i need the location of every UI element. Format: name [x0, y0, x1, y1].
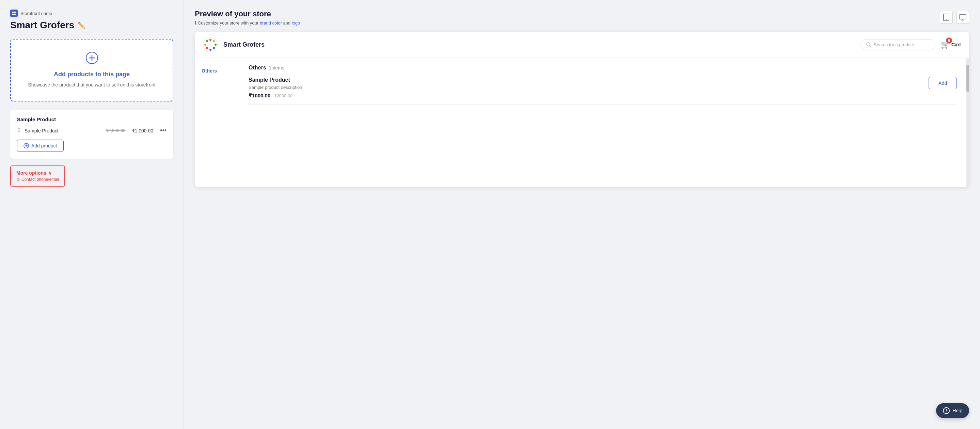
svg-rect-12 [959, 14, 966, 19]
drag-handle-icon[interactable]: ⠿ [17, 127, 21, 134]
svg-rect-1 [14, 11, 16, 13]
price-row-preview: ₹1000.00 ₹2000.00 [248, 93, 929, 99]
preview-header-left: Preview of your store ℹ Customize your s… [195, 10, 300, 25]
storefront-label-text: Storefront name [21, 11, 52, 16]
preview-price-new: ₹1000.00 [248, 93, 270, 99]
preview-subtitle: ℹ Customize your store with your brand c… [195, 21, 300, 25]
brand-color-link[interactable]: brand color [260, 21, 282, 25]
edit-store-name-icon[interactable]: ✏️ [78, 21, 85, 29]
svg-point-16 [209, 39, 212, 41]
search-icon [866, 42, 871, 47]
more-options-icon[interactable]: ••• [160, 127, 167, 134]
product-row: ⠿ Sample Product ₹2,000.00 ₹1,000.00 ••• [17, 127, 167, 134]
left-panel: Storefront name Smart Grofers ✏️ Add pro… [0, 0, 184, 429]
product-name-preview: Sample Product [248, 77, 929, 83]
right-panel: Preview of your store ℹ Customize your s… [184, 0, 980, 429]
product-preview-row: Sample Product Sample product descriptio… [248, 77, 957, 105]
product-info-preview: Sample Product Sample product descriptio… [248, 77, 929, 99]
store-preview-body: Others Others 1 items Sample Product Sam… [195, 58, 969, 187]
more-options-box[interactable]: More options ∨ ⊙ Contact phone/email [10, 165, 65, 187]
cart-area[interactable]: 0 🛒 Cart [941, 40, 961, 49]
svg-point-20 [209, 49, 212, 51]
desktop-icon [959, 14, 966, 21]
content-category-name: Others [248, 65, 266, 71]
items-count: 1 items [269, 65, 284, 70]
preview-header: Preview of your store ℹ Customize your s… [195, 10, 969, 25]
store-preview-sidebar: Others [195, 58, 239, 187]
cart-label: Cart [951, 42, 961, 47]
more-options-title: More options ∨ [16, 170, 59, 176]
svg-rect-3 [14, 14, 16, 15]
add-product-button[interactable]: Add product [17, 140, 64, 152]
scrollbar[interactable] [966, 58, 969, 187]
add-products-box[interactable]: Add products to this page Showcase the p… [10, 39, 173, 102]
store-logo [203, 37, 218, 52]
svg-point-22 [204, 44, 206, 46]
preview-add-button[interactable]: Add [929, 77, 957, 89]
device-toggles [940, 11, 969, 24]
preview-price-old: ₹2000.00 [274, 93, 293, 99]
svg-point-23 [206, 40, 208, 42]
svg-rect-0 [12, 11, 14, 13]
scrollbar-thumb [966, 65, 969, 92]
store-preview-content: Others 1 items Sample Product Sample pro… [239, 58, 966, 187]
svg-rect-2 [12, 14, 14, 15]
chevron-down-icon: ∨ [48, 170, 52, 176]
svg-line-25 [870, 46, 871, 47]
add-products-title: Add products to this page [19, 71, 164, 78]
svg-point-19 [213, 47, 215, 49]
plus-icon [24, 143, 29, 148]
product-price-original: ₹2,000.00 [105, 128, 126, 133]
cart-badge: 0 [946, 37, 952, 44]
content-header: Others 1 items [248, 65, 957, 71]
store-name-row: Smart Grofers ✏️ [10, 20, 173, 31]
help-label: Help [952, 408, 962, 413]
alert-icon: ⊙ [16, 177, 20, 182]
more-options-sub: ⊙ Contact phone/email [16, 177, 59, 182]
storefront-label-row: Storefront name [10, 10, 173, 17]
svg-point-17 [213, 40, 215, 42]
desktop-view-button[interactable] [956, 11, 969, 24]
help-button[interactable]: ? Help [936, 403, 969, 418]
add-product-label: Add product [31, 143, 57, 148]
product-price-discounted: ₹1,000.00 [132, 128, 154, 133]
storefront-icon [10, 10, 18, 17]
preview-search-bar[interactable]: Search for a product [861, 39, 935, 50]
sidebar-category-others[interactable]: Others [195, 65, 239, 77]
store-preview-frame: Smart Grofers Search for a product 0 🛒 C… [195, 32, 969, 187]
logo-svg [204, 38, 216, 51]
svg-point-21 [206, 47, 208, 49]
product-card: Sample Product ⠿ Sample Product ₹2,000.0… [10, 110, 173, 159]
preview-title: Preview of your store [195, 10, 300, 18]
add-circle-icon [19, 52, 164, 67]
search-placeholder: Search for a product [874, 42, 914, 47]
product-desc-preview: Sample product description [248, 85, 929, 90]
mobile-view-button[interactable] [940, 11, 953, 24]
info-icon-small: ℹ [195, 21, 198, 25]
store-preview-header: Smart Grofers Search for a product 0 🛒 C… [195, 32, 969, 58]
mobile-icon [943, 14, 949, 21]
add-products-desc: Showcase the product that you want to se… [19, 81, 164, 89]
svg-point-18 [215, 44, 216, 46]
product-card-title: Sample Product [17, 116, 167, 122]
svg-point-11 [946, 19, 947, 20]
preview-store-name: Smart Grofers [223, 41, 855, 48]
help-icon: ? [943, 407, 950, 414]
store-name-heading: Smart Grofers [10, 20, 74, 31]
logo-link[interactable]: logo [292, 21, 300, 25]
product-name-left: Sample Product [24, 128, 102, 133]
